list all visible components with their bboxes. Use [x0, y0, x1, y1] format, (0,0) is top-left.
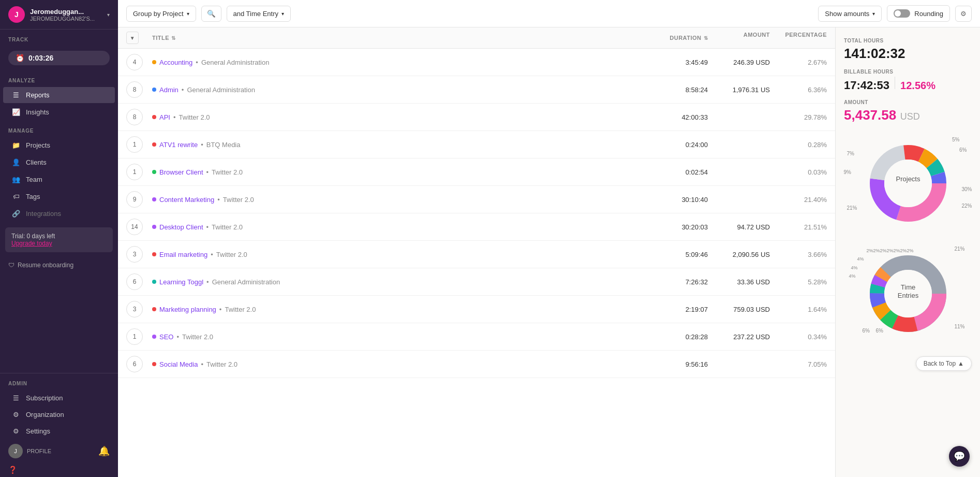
client-separator: • [206, 223, 209, 231]
sidebar-item-integrations[interactable]: 🔗 Integrations [3, 206, 115, 222]
sidebar-item-settings[interactable]: ⚙ Settings [3, 423, 115, 439]
trial-box: Trial: 0 days left Upgrade today [5, 227, 113, 252]
bell-icon[interactable]: 🔔 [98, 445, 110, 457]
project-name[interactable]: Browser Client [159, 168, 203, 176]
row-count-cell: 6 [126, 273, 152, 290]
row-title-cell: SEO • Twitter 2.0 [152, 333, 635, 341]
billable-hours-row: 17:42:53 12.56% [844, 77, 972, 92]
table-row: 6 Learning Toggl • General Administratio… [118, 268, 835, 296]
row-percentage: 7.05% [770, 360, 827, 368]
user-info: Jeromeduggan... JEROMEDUGGAN82'S... [30, 8, 95, 22]
resume-onboarding[interactable]: 🛡 Resume onboarding [0, 257, 118, 273]
row-count: 3 [126, 301, 143, 317]
project-name[interactable]: Email marketing [159, 251, 207, 258]
row-count: 9 [126, 191, 143, 208]
project-name[interactable]: API [159, 113, 170, 121]
row-duration: 42:00:33 [635, 113, 708, 121]
back-to-top-button[interactable]: Back to Top ▲ [916, 356, 972, 371]
show-amounts-dropdown[interactable]: Show amounts ▾ [818, 6, 882, 22]
project-name[interactable]: ATV1 rewrite [159, 141, 198, 149]
project-name[interactable]: Accounting [159, 59, 192, 66]
te-pcts: 2%2%2%2%2%2%2% [867, 248, 914, 253]
entry-type-dropdown[interactable]: and Time Entry ▾ [227, 6, 291, 22]
row-percentage: 3.66% [770, 251, 827, 258]
pct-5: 5% [952, 137, 959, 142]
shield-icon: 🛡 [8, 262, 14, 269]
help-icon[interactable]: ❓ [8, 466, 17, 474]
row-title-cell: Desktop Client • Twitter 2.0 [152, 223, 635, 231]
subscription-icon: ☰ [11, 394, 21, 402]
project-name[interactable]: Social Media [159, 360, 198, 368]
client-name: General Administration [201, 59, 270, 66]
settings-button[interactable]: ⚙ [955, 6, 972, 22]
sidebar-item-clients[interactable]: 👤 Clients [3, 154, 115, 170]
te-pct-21: 21% [954, 246, 964, 252]
table-row: 3 Marketing planning • Twitter 2.0 2:19:… [118, 296, 835, 323]
sidebar-item-organization[interactable]: ⚙ Organization [3, 407, 115, 423]
sidebar-item-reports[interactable]: ☰ Reports [3, 87, 115, 103]
analyze-section-label: ANALYZE [0, 70, 118, 86]
sidebar-item-subscription[interactable]: ☰ Subscription [3, 390, 115, 406]
upgrade-link[interactable]: Upgrade today [11, 240, 107, 247]
row-percentage: 21.51% [770, 223, 827, 231]
client-name: Twitter 2.0 [212, 223, 243, 231]
svg-point-8 [884, 160, 932, 207]
pct-6: 6% [959, 147, 967, 153]
table-row: 4 Accounting • General Administration 3:… [118, 49, 835, 76]
sidebar-bottom: ADMIN ☰ Subscription ⚙ Organization ⚙ Se… [0, 373, 118, 477]
chevron-down-icon: ▾ [872, 11, 875, 17]
toggle-switch[interactable] [894, 9, 910, 18]
row-duration: 30:20:03 [635, 223, 708, 231]
sidebar-item-projects[interactable]: 📁 Projects [3, 137, 115, 153]
row-duration: 0:02:54 [635, 168, 708, 176]
project-name[interactable]: Desktop Client [159, 223, 203, 231]
row-count: 1 [126, 328, 143, 345]
sidebar-item-insights[interactable]: 📈 Insights [3, 104, 115, 120]
project-name[interactable]: Admin [159, 86, 179, 94]
insights-label: Insights [26, 108, 49, 116]
search-icon: 🔍 [207, 10, 216, 18]
group-by-dropdown[interactable]: Group by Project ▾ [126, 6, 196, 22]
track-section: ⏰ 0:03:26 [0, 46, 118, 70]
row-percentage: 1.64% [770, 306, 827, 313]
chevron-down-icon: ▾ [187, 11, 189, 17]
timer-value: 0:03:26 [28, 54, 53, 62]
organization-icon: ⚙ [11, 411, 21, 418]
sort-icon[interactable]: ⇅ [704, 35, 708, 41]
divider [895, 77, 895, 89]
collapse-button[interactable]: ▼ [126, 32, 139, 44]
row-count: 1 [126, 136, 143, 153]
search-button[interactable]: 🔍 [201, 6, 221, 22]
table-row: 6 Social Media • Twitter 2.0 9:56:16 7.0… [118, 351, 835, 378]
profile-section[interactable]: J PROFILE 🔔 [0, 440, 118, 462]
table-header: ▼ TITLE ⇅ DURATION ⇅ AMOUNT PERCENTAGE [118, 27, 835, 49]
te-pct-6b: 6% [876, 328, 883, 334]
percentage-label: PERCENTAGE [785, 32, 827, 38]
row-duration: 0:24:00 [635, 141, 708, 149]
timer-display[interactable]: ⏰ 0:03:26 [8, 51, 110, 65]
project-name[interactable]: SEO [159, 333, 173, 341]
project-name[interactable]: Marketing planning [159, 306, 216, 313]
project-dot [152, 252, 156, 256]
row-count-cell: 9 [126, 191, 152, 208]
content-area: ▼ TITLE ⇅ DURATION ⇅ AMOUNT PERCENTAGE [118, 27, 980, 477]
row-count-cell: 4 [126, 54, 152, 70]
sidebar-item-team[interactable]: 👥 Team [3, 171, 115, 187]
row-count-cell: 1 [126, 328, 152, 345]
collapse-header: ▼ [126, 32, 152, 44]
row-duration: 30:10:40 [635, 196, 708, 204]
project-name[interactable]: Content Marketing [159, 196, 214, 204]
pct-30: 30% [961, 186, 972, 192]
row-amount: 246.39 USD [708, 59, 770, 66]
sidebar-item-tags[interactable]: 🏷 Tags [3, 189, 115, 205]
table-row: 14 Desktop Client • Twitter 2.0 30:20:03… [118, 213, 835, 241]
chat-button[interactable]: 💬 [949, 446, 970, 467]
sort-icon[interactable]: ⇅ [171, 35, 176, 41]
row-percentage: 5.28% [770, 278, 827, 286]
project-name[interactable]: Learning Toggl [159, 278, 203, 286]
pct-7: 7% [847, 151, 854, 156]
profile-avatar: J [8, 444, 23, 458]
rounding-toggle[interactable]: Rounding [887, 5, 950, 22]
sidebar-header[interactable]: J Jeromeduggan... JEROMEDUGGAN82'S... ▾ [0, 0, 118, 30]
tags-icon: 🏷 [11, 193, 21, 200]
